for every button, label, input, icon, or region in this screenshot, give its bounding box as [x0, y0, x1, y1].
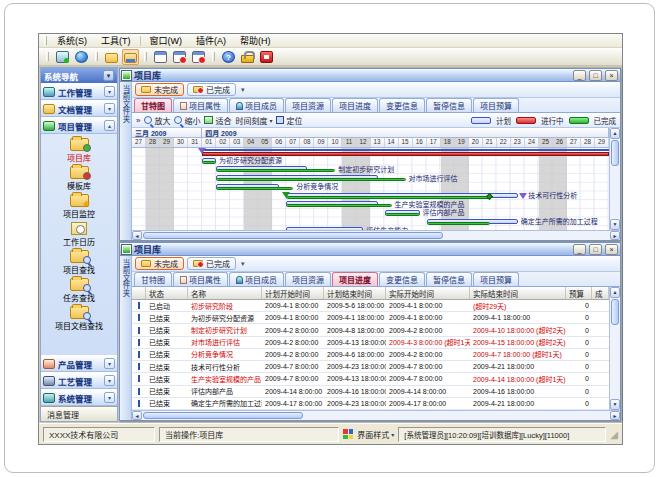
scroll-left-icon[interactable]: ◄: [132, 411, 142, 420]
window2-titlebar[interactable]: 项目库 _ □ ×: [120, 243, 620, 256]
sidebar-item-工作日历[interactable]: 工作日历: [41, 221, 117, 248]
table-row[interactable]: 已结束技术可行性分析2009-4-7 8:00:002009-4-23 18:0…: [132, 361, 609, 373]
table-horizontal-scrollbar[interactable]: ◄ ►: [132, 410, 620, 420]
scroll-up-icon[interactable]: ▲: [610, 287, 620, 298]
tab-项目资源[interactable]: 项目资源: [285, 272, 331, 286]
expand-icon[interactable]: ▾: [104, 375, 115, 386]
scroll-down-icon[interactable]: ▼: [610, 219, 620, 230]
timescale-button[interactable]: 时间刻度▾: [235, 115, 272, 126]
table-row[interactable]: 已结束对市场进行评估2009-4-2 8:00:002009-4-13 18:0…: [132, 337, 609, 349]
gantt-vertical-scrollbar[interactable]: ▲ ▼: [609, 128, 620, 230]
tab-变更信息[interactable]: 变更信息: [379, 272, 425, 286]
column-header-实际开始时间[interactable]: 实际开始时间: [386, 287, 470, 299]
menu-item-2[interactable]: 窗口(W): [143, 33, 190, 48]
tab-暂停信息[interactable]: 暂停信息: [426, 98, 472, 112]
column-header-实际结束时间[interactable]: 实际结束时间: [470, 287, 566, 299]
column-header-预算[interactable]: 预算: [566, 287, 592, 299]
column-header-icon[interactable]: [132, 287, 146, 299]
expand-icon[interactable]: ▾: [104, 103, 115, 114]
form-close-button[interactable]: [190, 49, 207, 65]
minimize-button[interactable]: _: [573, 70, 586, 81]
tab-甘特图[interactable]: 甘特图: [134, 98, 172, 112]
expand-icon[interactable]: ▾: [104, 392, 115, 403]
maximize-button[interactable]: □: [589, 244, 602, 255]
close-button[interactable]: ×: [605, 244, 618, 255]
system-button[interactable]: [54, 49, 71, 65]
scroll-down-icon[interactable]: ▼: [610, 399, 620, 410]
sidebar-group-系统管理[interactable]: 系统管理▾: [41, 389, 117, 406]
tab-项目属性[interactable]: 项目属性: [173, 98, 228, 112]
table-row[interactable]: 已结束确定生产所需的加工过程2009-4-17 8:00:002009-4-23…: [132, 398, 609, 410]
tab-暂停信息[interactable]: 暂停信息: [426, 272, 472, 286]
column-header-状态[interactable]: 状态: [146, 287, 188, 299]
task-completed-bar[interactable]: [202, 161, 216, 164]
summary-progress-bar[interactable]: [202, 152, 609, 156]
more-options-icon[interactable]: ▾: [239, 260, 247, 268]
task-completed-bar[interactable]: [385, 213, 420, 216]
scroll-thumb[interactable]: [143, 232, 443, 239]
tab-项目成员[interactable]: 项目成员: [229, 272, 284, 286]
tab-项目资源[interactable]: 项目资源: [285, 98, 331, 112]
task-completed-bar[interactable]: [216, 169, 335, 172]
save-project-button[interactable]: [122, 49, 139, 65]
sidebar-item-项目文档查找[interactable]: 项目文档查找: [41, 305, 117, 332]
sidebar-item-项目监控[interactable]: ★项目监控: [41, 193, 117, 220]
quick-tab-未完成[interactable]: 未完成: [135, 83, 184, 96]
task-completed-bar[interactable]: [427, 222, 490, 225]
task-completed-bar[interactable]: [286, 196, 489, 199]
menu-item-4[interactable]: 帮助(H): [233, 33, 278, 48]
task-completed-bar[interactable]: [216, 187, 293, 190]
task-completed-bar[interactable]: [286, 204, 391, 207]
zoom-out-button[interactable]: 缩小: [174, 115, 200, 126]
tab-项目预算[interactable]: 项目预算: [473, 98, 519, 112]
close-button[interactable]: ×: [605, 70, 618, 81]
scroll-thumb[interactable]: [611, 299, 619, 325]
scroll-up-icon[interactable]: ▲: [610, 128, 620, 139]
globe-button[interactable]: [73, 49, 90, 65]
table-row[interactable]: 已结束评估内部产品2009-4-14 8:00:002009-4-16 18:0…: [132, 386, 609, 398]
tab-项目成员[interactable]: 项目成员: [229, 98, 284, 112]
table-row[interactable]: 已结束制定初步研究计划2009-4-2 8:00:002009-4-8 18:0…: [132, 324, 609, 336]
table-row[interactable]: 已结束生产实验室规模的产品2009-4-7 8:00:002009-4-13 1…: [132, 373, 609, 385]
quick-tab-未完成[interactable]: 未完成: [135, 257, 184, 270]
tab-项目进度[interactable]: 项目进度: [332, 98, 378, 112]
minimize-button[interactable]: _: [573, 244, 586, 255]
scroll-right-icon[interactable]: ►: [610, 231, 620, 240]
maximize-button[interactable]: □: [589, 70, 602, 81]
gantt-horizontal-scrollbar[interactable]: ◄ ►: [132, 230, 620, 240]
quick-tab-已完成[interactable]: 已完成: [187, 83, 236, 96]
menu-item-1[interactable]: 工具(T): [94, 33, 138, 48]
form-badge-button[interactable]: [171, 49, 188, 65]
column-header-计划开始时间[interactable]: 计划开始时间: [262, 287, 324, 299]
form-button[interactable]: [152, 49, 169, 65]
sidebar-item-项目库[interactable]: 项目库: [41, 137, 117, 164]
menu-item-0[interactable]: 系统(S): [50, 33, 94, 48]
menu-item-3[interactable]: 插件(A): [189, 33, 233, 48]
sidebar-group-工艺管理[interactable]: 工艺管理▾: [41, 372, 117, 389]
sidebar-group-文档管理[interactable]: 文档管理▾: [41, 100, 117, 117]
table-row[interactable]: 已启动初步研究阶段2009-4-1 8:00:002009-5-6 18:00:…: [132, 300, 609, 312]
gantt-canvas[interactable]: 为初步研究分配资源制定初步研究计划对市场进行评估分析竞争情况技术可行性分析生产实…: [132, 148, 609, 230]
current-folder-strip[interactable]: 当前文件夹: [120, 82, 132, 240]
scroll-left-icon[interactable]: ◄: [132, 231, 142, 240]
exit-button[interactable]: [258, 49, 275, 65]
scroll-thumb[interactable]: [143, 412, 303, 419]
tab-项目属性[interactable]: 项目属性: [173, 272, 228, 286]
open-folder-button[interactable]: [103, 49, 120, 65]
zoom-in-button[interactable]: 放大: [144, 115, 170, 126]
interface-style-button[interactable]: 界面样式 ▾: [357, 429, 394, 440]
toolbar-grip[interactable]: [46, 52, 49, 61]
column-header-成[interactable]: 成: [592, 287, 609, 299]
table-vertical-scrollbar[interactable]: ▲ ▼: [609, 287, 620, 410]
sidebar-group-工作管理[interactable]: 工作管理▾: [41, 83, 117, 100]
locate-button[interactable]: 定位: [276, 115, 302, 126]
column-header-计划结束时间[interactable]: 计划结束时间: [324, 287, 386, 299]
message-management-tab[interactable]: 消息管理: [41, 406, 117, 421]
sidebar-item-任务查找[interactable]: 任务查找: [41, 277, 117, 304]
expand-icon[interactable]: ▾: [104, 86, 115, 97]
fit-button[interactable]: 适合: [204, 115, 231, 126]
collapse-icon[interactable]: ▴: [104, 120, 115, 131]
table-row[interactable]: 已结束为初步研究分配资源2009-4-1 8:00:002009-4-1 18:…: [132, 312, 609, 324]
task-completed-bar[interactable]: [216, 178, 405, 181]
tab-项目预算[interactable]: 项目预算: [473, 272, 519, 286]
